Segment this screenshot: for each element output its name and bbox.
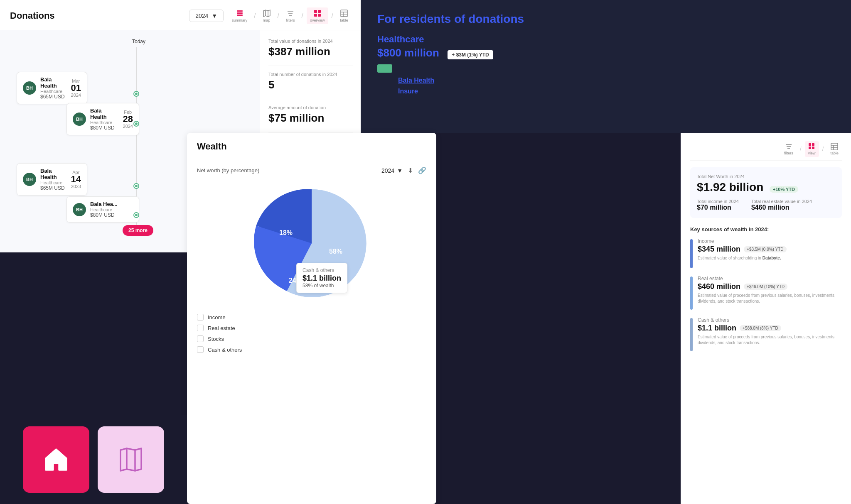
- chart-year-select[interactable]: 2024 ▼: [381, 167, 403, 174]
- legend-checkbox-cash[interactable]: [197, 346, 204, 353]
- legend-label-stocks: Stocks: [208, 336, 224, 342]
- rec-badge: + $3M (1%) YTD: [448, 50, 493, 59]
- total-value-label: Total value of donations in 2024: [268, 39, 353, 44]
- year-select[interactable]: 2024 ▼: [189, 10, 224, 22]
- toolbar-divider-3: /: [302, 12, 303, 20]
- rec-link-2[interactable]: Insure: [398, 88, 434, 95]
- card-amount: $80M USD: [90, 212, 118, 218]
- pie-tooltip: Cash & others $1.1 billion 58% of wealth: [296, 263, 347, 293]
- timeline-dot: [134, 92, 138, 96]
- source-badge-realestate: +$46.0M (10%) YTD: [744, 284, 787, 290]
- toolbar-divider-4: /: [332, 12, 333, 20]
- legend-checkbox-income[interactable]: [197, 314, 204, 321]
- timeline-dot: [134, 122, 138, 126]
- view-btn[interactable]: view: [805, 141, 819, 157]
- toolbar-divider: /: [822, 146, 824, 152]
- table-btn[interactable]: table: [337, 7, 352, 24]
- legend-label-cash: Cash & others: [208, 347, 242, 353]
- toolbar-divider-2: /: [278, 12, 279, 20]
- chevron-down-icon: ▼: [212, 12, 217, 19]
- timeline-card[interactable]: BH Bala Hea... Healthcare $80M USD: [66, 196, 139, 223]
- total-number-label: Total number of donations in 2024: [268, 72, 353, 77]
- summary-label: summary: [232, 18, 247, 22]
- map-nav-btn[interactable]: [98, 426, 164, 493]
- rec-link-1[interactable]: Bala Health: [398, 77, 434, 84]
- card-category: Healthcare: [40, 180, 67, 185]
- table-btn[interactable]: table: [827, 141, 842, 157]
- chevron-down-icon: ▼: [397, 167, 403, 174]
- income-block: Total income in 2024 $70 million: [697, 199, 739, 211]
- svg-rect-9: [314, 10, 317, 13]
- wealth-header: Wealth: [187, 133, 436, 158]
- source-desc-cash: Estimated value of proceeds from previou…: [698, 334, 842, 346]
- card-info: Bala Health Healthcare $80M USD: [90, 108, 119, 131]
- timeline-card[interactable]: BH Bala Health Healthcare $65M USD Mar 0…: [17, 72, 87, 104]
- wealth-title: Wealth: [197, 141, 426, 152]
- svg-rect-23: [809, 147, 811, 149]
- card-name: Bala Health: [40, 76, 67, 89]
- year-value: 2024: [195, 12, 208, 19]
- rec-category: Healthcare: [377, 34, 834, 45]
- filters-btn[interactable]: filters: [781, 141, 797, 157]
- svg-rect-21: [809, 143, 811, 146]
- page-title: Donations: [10, 10, 55, 21]
- source-content-realestate: Real estate $460 million +$46.0M (10%) Y…: [698, 276, 842, 310]
- timeline-card[interactable]: BH Bala Health Healthcare $65M USD Apr 1…: [17, 163, 87, 196]
- timeline-card[interactable]: BH Bala Health Healthcare $80M USD Feb 2…: [66, 103, 139, 135]
- card-category: Healthcare: [90, 120, 119, 125]
- svg-rect-13: [341, 10, 347, 17]
- legend-item-income[interactable]: Income: [197, 314, 426, 321]
- legend-label-realestate: Real estate: [208, 325, 235, 331]
- link-icon[interactable]: 🔗: [418, 166, 426, 174]
- table-label: table: [830, 151, 839, 155]
- net-worth-row: $1.92 billion +10% YTD: [697, 181, 835, 194]
- org-avatar: BH: [23, 173, 36, 186]
- svg-rect-10: [318, 10, 321, 13]
- legend-item-stocks[interactable]: Stocks: [197, 335, 426, 342]
- rec-title: For residents of donations: [377, 12, 834, 26]
- wealth-body: Net worth (by percentage) 2024 ▼ ⬇ 🔗: [187, 158, 436, 361]
- bottom-nav: [0, 415, 187, 504]
- more-button[interactable]: 25 more: [123, 225, 153, 236]
- header-right: 2024 ▼ summary / map / filters /: [189, 7, 352, 24]
- download-icon[interactable]: ⬇: [408, 166, 413, 174]
- home-nav-btn[interactable]: [23, 426, 89, 493]
- chart-label: Net worth (by percentage): [197, 167, 259, 174]
- today-label: Today: [132, 39, 145, 44]
- nw-sub-row: Total income in 2024 $70 million Total r…: [697, 199, 835, 211]
- avg-value: $75 million: [268, 112, 353, 125]
- source-amount-row-cash: $1.1 billion +$88.0M (8%) YTD: [698, 324, 842, 333]
- income-value: $70 million: [697, 204, 739, 211]
- source-bar-income: [690, 239, 693, 268]
- legend-item-cash[interactable]: Cash & others: [197, 346, 426, 353]
- source-name-income: Income: [698, 238, 842, 244]
- rec-links: Bala Health Insure: [398, 77, 434, 98]
- total-value-block: Total value of donations in 2024 $387 mi…: [268, 39, 353, 58]
- tooltip-pct: 58% of wealth: [303, 283, 341, 289]
- legend-item-realestate[interactable]: Real estate: [197, 325, 426, 331]
- tooltip-category: Cash & others: [303, 267, 341, 273]
- map-btn[interactable]: map: [259, 7, 274, 24]
- legend-checkbox-stocks[interactable]: [197, 335, 204, 342]
- svg-rect-12: [318, 14, 321, 17]
- card-date: Mar 01 2024: [71, 78, 81, 98]
- view-label: view: [808, 151, 816, 155]
- card-info: Bala Health Healthcare $65M USD: [40, 76, 67, 100]
- overview-btn[interactable]: overview: [307, 7, 328, 24]
- svg-rect-25: [831, 143, 838, 150]
- card-name: Bala Health: [40, 168, 67, 180]
- total-number: 5: [268, 78, 353, 91]
- income-label: Total income in 2024: [697, 199, 739, 204]
- source-desc-income: Estimated value of shareholding in Datab…: [698, 255, 842, 261]
- source-name-realestate: Real estate: [698, 276, 842, 281]
- summary-btn[interactable]: summary: [229, 7, 251, 24]
- svg-rect-11: [314, 14, 317, 17]
- total-number-block: Total number of donations in 2024 5: [268, 72, 353, 91]
- filters-btn[interactable]: filters: [283, 7, 298, 24]
- legend-checkbox-realestate[interactable]: [197, 325, 204, 331]
- source-amount-row-realestate: $460 million +$46.0M (10%) YTD: [698, 282, 842, 291]
- avg-label: Average amount of donation: [268, 105, 353, 110]
- net-worth-label: Total Net Worth in 2024: [697, 174, 835, 179]
- card-category: Healthcare: [40, 89, 67, 94]
- source-content-cash: Cash & others $1.1 billion +$88.0M (8%) …: [698, 317, 842, 351]
